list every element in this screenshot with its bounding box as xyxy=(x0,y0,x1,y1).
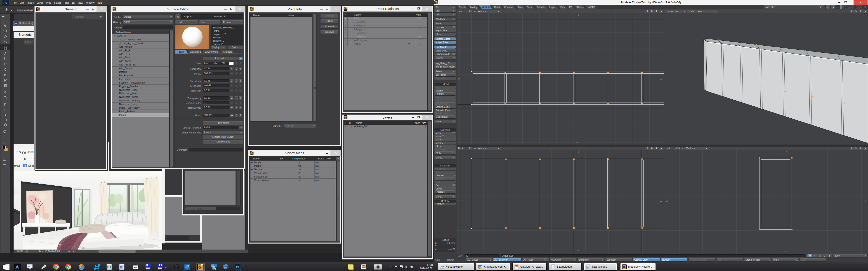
svg-text:T: T xyxy=(4,108,6,111)
svg-text:PDF: PDF xyxy=(515,266,518,267)
svg-text:L: L xyxy=(189,264,190,266)
svg-text:64: 64 xyxy=(149,268,150,270)
svg-text:64: 64 xyxy=(161,268,163,270)
svg-text:321: 321 xyxy=(133,267,137,269)
svg-text:Ps: Ps xyxy=(236,265,240,269)
svg-text:apg: apg xyxy=(212,268,216,270)
svg-text:PDF: PDF xyxy=(362,266,365,267)
svg-text:ptp: ptp xyxy=(224,267,227,269)
